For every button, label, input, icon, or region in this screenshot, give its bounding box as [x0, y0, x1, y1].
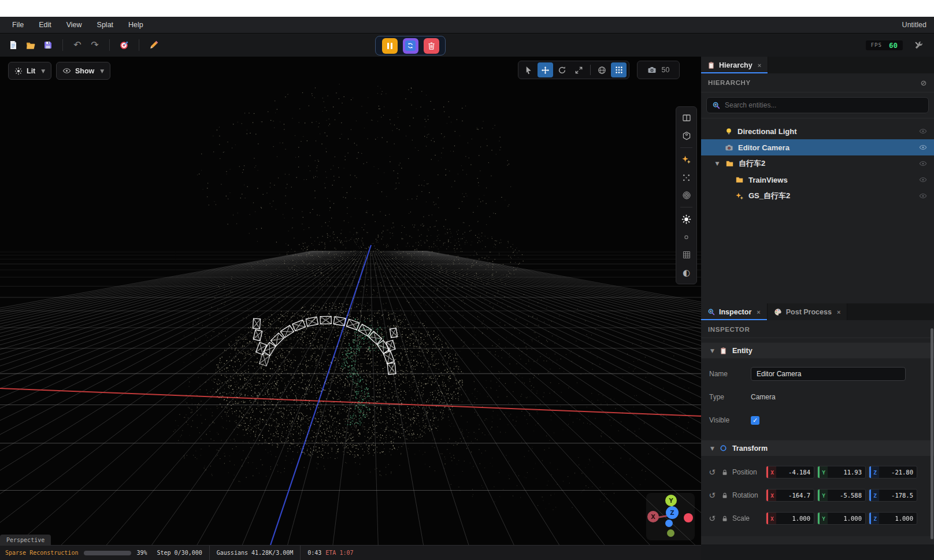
new-file-icon: [9, 40, 18, 50]
scale-tool-button[interactable]: [571, 62, 587, 77]
lock-icon[interactable]: [718, 515, 731, 522]
world-space-button[interactable]: [594, 62, 610, 77]
close-icon[interactable]: ×: [837, 309, 840, 316]
gizmo-neg-y-axis[interactable]: [667, 529, 674, 537]
show-dropdown[interactable]: Show ▼: [56, 62, 110, 80]
visibility-eye-icon[interactable]: [919, 143, 927, 151]
settings-tools-button[interactable]: [911, 38, 926, 53]
entity-type-value: Camera: [751, 393, 776, 401]
sun-bright-icon[interactable]: [680, 213, 693, 225]
save-button[interactable]: [40, 38, 55, 53]
menu-edit[interactable]: Edit: [31, 17, 59, 33]
scale-x-field[interactable]: X1.000: [766, 512, 814, 525]
reset-icon[interactable]: ↺: [706, 468, 718, 477]
hexagon-icon[interactable]: [680, 129, 693, 142]
transform-toolbar: [518, 61, 629, 79]
rotation-z-field[interactable]: Z-178.5: [869, 489, 917, 502]
tab-hierarchy[interactable]: Hierarchy ×: [701, 57, 768, 73]
select-tool-button[interactable]: [521, 62, 536, 77]
shading-mode-dropdown[interactable]: Lit ▼: [8, 62, 51, 80]
tree-item-editor-camera[interactable]: Editor Camera: [701, 139, 934, 155]
entity-name-field[interactable]: [751, 367, 906, 381]
snap-grid-button[interactable]: [611, 62, 627, 77]
position-y-field[interactable]: Y11.93: [817, 466, 866, 479]
delete-button[interactable]: [424, 38, 439, 54]
search-box[interactable]: [706, 97, 929, 113]
camera-speed-control[interactable]: 50: [637, 61, 680, 79]
move-tool-button[interactable]: [538, 62, 553, 77]
document-title: Untitled: [902, 21, 934, 29]
menu-help[interactable]: Help: [121, 17, 151, 33]
lock-icon[interactable]: [718, 492, 731, 499]
rotate-tool-button[interactable]: [554, 62, 570, 77]
splat-sparkles-icon[interactable]: [680, 153, 693, 166]
small-circle-icon[interactable]: [680, 231, 693, 243]
contrast-icon[interactable]: ◐: [680, 266, 693, 279]
sync-button[interactable]: [403, 38, 418, 54]
tools-icon: [914, 41, 923, 50]
gizmo-neg-x-axis[interactable]: [684, 513, 693, 522]
position-x-field[interactable]: X-4.184: [766, 466, 814, 479]
grid-icon[interactable]: [680, 249, 693, 261]
disable-pick-icon[interactable]: ⊘: [921, 79, 928, 87]
pause-button[interactable]: [382, 38, 398, 54]
projection-label[interactable]: Perspective: [0, 535, 51, 545]
tree-item-trainviews[interactable]: TrainViews: [701, 172, 934, 188]
tree-item-bike2[interactable]: ▼ 自行车2: [701, 155, 934, 172]
visibility-eye-icon[interactable]: [919, 160, 927, 168]
new-file-button[interactable]: [6, 38, 21, 53]
menu-view[interactable]: View: [59, 17, 90, 33]
search-input[interactable]: [725, 101, 923, 109]
position-z-field[interactable]: Z-21.80: [869, 466, 917, 479]
gizmo-z-axis[interactable]: Z: [666, 506, 679, 519]
rotation-x-field[interactable]: X-164.7: [766, 489, 814, 502]
viewport-3d[interactable]: Lit ▼ Show ▼ 50: [0, 57, 701, 545]
expand-caret-icon[interactable]: ▼: [714, 161, 721, 166]
inspector-scrollbar[interactable]: [931, 328, 933, 539]
reset-icon[interactable]: ↺: [706, 514, 718, 523]
target-tool-button[interactable]: [117, 38, 132, 53]
visibility-eye-icon[interactable]: [919, 127, 927, 135]
strip-divider: [680, 207, 692, 207]
close-icon[interactable]: ×: [757, 309, 760, 316]
close-icon[interactable]: ×: [758, 62, 761, 69]
gizmo-x-axis[interactable]: X: [647, 511, 659, 522]
axis-gizmo[interactable]: Y Z X: [646, 493, 695, 540]
collapse-caret-icon[interactable]: ▼: [710, 446, 714, 451]
scene-canvas[interactable]: [0, 57, 701, 545]
playback-controls: [375, 36, 446, 55]
transform-section-header[interactable]: ▼ Transform: [701, 440, 934, 456]
save-icon: [43, 40, 53, 50]
rings-icon[interactable]: [680, 189, 693, 202]
trash-icon: [427, 42, 436, 50]
entity-section-header[interactable]: ▼ Entity: [701, 343, 934, 358]
gizmo-neg-z-axis[interactable]: [665, 520, 673, 527]
visible-checkbox[interactable]: ✓: [751, 416, 759, 425]
undo-button[interactable]: ↶: [70, 38, 85, 53]
tree-item-label: GS_自行车2: [748, 191, 790, 201]
light-bulb-icon: [725, 127, 733, 136]
tab-inspector[interactable]: Inspector ×: [701, 303, 768, 320]
gizmo-y-axis[interactable]: Y: [665, 495, 677, 506]
menu-splat[interactable]: Splat: [90, 17, 121, 33]
open-file-button[interactable]: [23, 38, 38, 53]
scale-z-field[interactable]: Z1.000: [869, 512, 917, 525]
tree-item-directional-light[interactable]: Directional Light: [701, 123, 934, 139]
point-mode-icon[interactable]: [680, 171, 693, 184]
pencil-icon: [149, 40, 158, 50]
rotation-y-field[interactable]: Y-5.588: [817, 489, 866, 502]
chevron-down-icon: ▼: [41, 68, 45, 74]
edit-pencil-button[interactable]: [146, 38, 161, 53]
tree-item-gs-bike2[interactable]: GS_自行车2: [701, 188, 934, 204]
visibility-eye-icon[interactable]: [919, 176, 927, 184]
redo-button[interactable]: ↷: [87, 38, 102, 53]
collapse-caret-icon[interactable]: ▼: [710, 348, 714, 354]
menu-file[interactable]: File: [5, 17, 31, 33]
scale-y-field[interactable]: Y1.000: [817, 512, 866, 525]
lock-icon[interactable]: [718, 469, 731, 476]
split-view-icon[interactable]: [680, 112, 693, 124]
tab-post-process[interactable]: Post Process ×: [768, 303, 848, 320]
visibility-eye-icon[interactable]: [919, 192, 927, 200]
reset-icon[interactable]: ↺: [706, 491, 718, 500]
tree-item-label: Editor Camera: [738, 143, 790, 152]
